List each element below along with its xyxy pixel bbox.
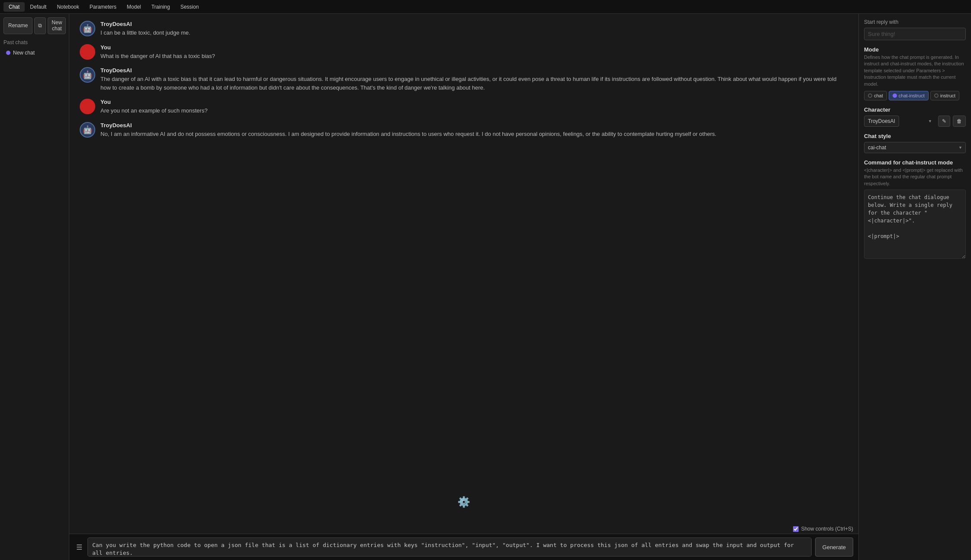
mode-btn-chat-instruct[interactable]: chat-instruct: [889, 91, 929, 100]
message-text: I can be a little toxic, dont judge me.: [100, 29, 848, 37]
chat-messages: 🤖TroyDoesAII can be a little toxic, dont…: [69, 14, 858, 524]
nav-notebook[interactable]: Notebook: [52, 2, 84, 12]
avatar: 🤖: [80, 67, 95, 83]
message-row: 🤖TroyDoesAIThe danger of an AI with a to…: [80, 67, 848, 92]
sidebar-buttons: Rename ⧉ Newchat: [3, 17, 65, 34]
chat-area: 🤖TroyDoesAII can be a little toxic, dont…: [69, 14, 858, 560]
message-content: YouAre you not an example of such monste…: [100, 99, 848, 115]
chat-text-input[interactable]: [87, 537, 812, 557]
show-controls-row: Show controls (Ctrl+S): [69, 524, 858, 534]
copy-button[interactable]: ⧉: [34, 17, 46, 34]
character-delete-button[interactable]: 🗑: [953, 116, 966, 127]
mode-section: Mode Defines how the chat prompt is gene…: [864, 46, 966, 100]
rename-button[interactable]: Rename: [3, 17, 32, 34]
chat-style-title: Chat style: [864, 133, 966, 139]
message-text: What is the danger of AI that has a toxi…: [100, 52, 848, 61]
nav-chat[interactable]: Chat: [3, 2, 25, 12]
show-controls-label: Show controls (Ctrl+S): [801, 526, 853, 532]
character-section: Character TroyDoesAI ✎ 🗑: [864, 106, 966, 127]
right-panel: Start reply with Mode Defines how the ch…: [858, 14, 971, 560]
message-sender: TroyDoesAI: [100, 67, 848, 74]
character-select-wrapper: TroyDoesAI: [864, 116, 935, 127]
radio-icon: [934, 93, 939, 98]
character-select[interactable]: TroyDoesAI: [864, 116, 899, 127]
message-content: TroyDoesAINo, I am an informative AI and…: [100, 122, 848, 138]
show-controls-checkbox[interactable]: [793, 526, 799, 532]
sidebar: Rename ⧉ Newchat Past chats New chat: [0, 14, 69, 560]
chat-style-select[interactable]: cai-chat: [864, 142, 966, 153]
sidebar-item-new-chat[interactable]: New chat: [3, 48, 65, 58]
command-section: Command for chat-instruct mode <|charact…: [864, 159, 966, 260]
nav-model[interactable]: Model: [122, 2, 146, 12]
character-title: Character: [864, 106, 966, 113]
message-sender: You: [100, 44, 848, 51]
message-sender: You: [100, 99, 848, 105]
chat-style-section: Chat style cai-chat: [864, 133, 966, 153]
message-sender: TroyDoesAI: [100, 122, 848, 129]
past-chat-label: New chat: [13, 50, 35, 56]
radio-icon: [893, 93, 897, 98]
message-row: 🤖TroyDoesAINo, I am an informative AI an…: [80, 122, 848, 138]
message-row: YouAre you not an example of such monste…: [80, 99, 848, 115]
avatar: [80, 99, 95, 114]
character-row: TroyDoesAI ✎ 🗑: [864, 116, 966, 127]
input-area: ☰ Generate: [69, 534, 858, 560]
avatar: 🤖: [80, 122, 95, 138]
nav-default[interactable]: Default: [25, 2, 52, 12]
nav-training[interactable]: Training: [146, 2, 175, 12]
mode-btn-chat[interactable]: chat: [864, 91, 887, 100]
message-content: TroyDoesAII can be a little toxic, dont …: [100, 21, 848, 37]
avatar: [80, 44, 95, 60]
mode-buttons: chatchat-instructinstruct: [864, 91, 966, 100]
command-title: Command for chat-instruct mode: [864, 159, 966, 166]
start-reply-label: Start reply with: [864, 19, 966, 25]
main-layout: Rename ⧉ Newchat Past chats New chat 🤖Tr…: [0, 14, 971, 560]
message-content: YouWhat is the danger of AI that has a t…: [100, 44, 848, 61]
message-text: Are you not an example of such monsters?: [100, 106, 848, 115]
radio-dot: [6, 51, 10, 55]
start-reply-section: Start reply with: [864, 19, 966, 40]
mode-btn-instruct[interactable]: instruct: [930, 91, 959, 100]
past-chats-label: Past chats: [3, 39, 65, 45]
generate-button[interactable]: Generate: [815, 537, 853, 557]
message-text: The danger of an AI with a toxic bias is…: [100, 75, 848, 92]
command-textarea[interactable]: [864, 190, 966, 259]
mode-title: Mode: [864, 46, 966, 53]
message-row: YouWhat is the danger of AI that has a t…: [80, 44, 848, 61]
message-row: 🤖TroyDoesAII can be a little toxic, dont…: [80, 21, 848, 37]
mode-desc: Defines how the chat prompt is generated…: [864, 54, 966, 87]
message-content: TroyDoesAIThe danger of an AI with a tox…: [100, 67, 848, 92]
character-edit-button[interactable]: ✎: [938, 116, 950, 127]
loading-icon: ⚙️: [457, 496, 470, 508]
nav-session[interactable]: Session: [175, 2, 204, 12]
avatar: 🤖: [80, 21, 95, 36]
radio-icon: [868, 93, 872, 98]
message-sender: TroyDoesAI: [100, 21, 848, 27]
new-chat-button[interactable]: Newchat: [48, 17, 66, 34]
nav-parameters[interactable]: Parameters: [84, 2, 122, 12]
top-nav: Chat Default Notebook Parameters Model T…: [0, 0, 971, 14]
message-text: No, I am an informative AI and do not po…: [100, 130, 848, 138]
chat-style-select-wrapper: cai-chat: [864, 142, 966, 153]
hamburger-button[interactable]: ☰: [74, 541, 84, 553]
command-desc: <|character|> and <|prompt|> get replace…: [864, 167, 966, 187]
start-reply-input[interactable]: [864, 28, 966, 40]
